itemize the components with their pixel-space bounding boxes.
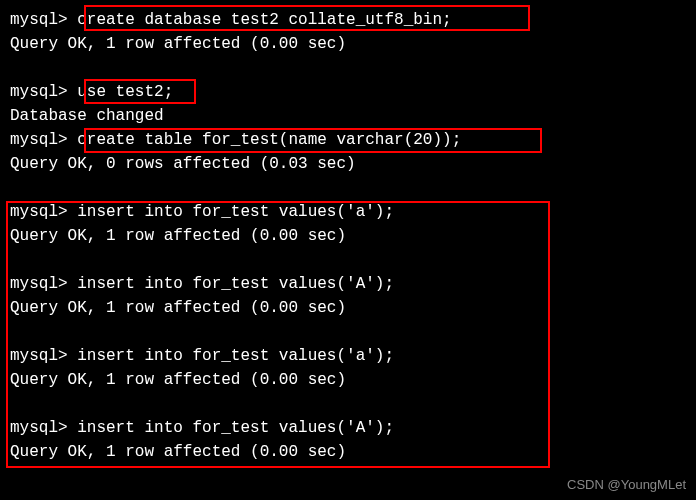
blank-line: [10, 320, 686, 344]
mysql-prompt: mysql>: [10, 347, 68, 365]
mysql-prompt: mysql>: [10, 203, 68, 221]
mysql-prompt: mysql>: [10, 131, 68, 149]
mysql-prompt: mysql>: [10, 11, 68, 29]
output-line: Query OK, 1 row affected (0.00 sec): [10, 296, 686, 320]
command-line: mysql> insert into for_test values('A');: [10, 272, 686, 296]
output-line: Query OK, 1 row affected (0.00 sec): [10, 368, 686, 392]
command-line: mysql> use test2;: [10, 80, 686, 104]
command-line: mysql> insert into for_test values('a');: [10, 344, 686, 368]
command-text: create table for_test(name varchar(20));: [68, 131, 462, 149]
command-text: insert into for_test values('A');: [68, 275, 394, 293]
command-line: mysql> create database test2 collate_utf…: [10, 8, 686, 32]
blank-line: [10, 56, 686, 80]
watermark: CSDN @YoungMLet: [567, 475, 686, 495]
blank-line: [10, 248, 686, 272]
command-text: create database test2 collate_utf8_bin;: [68, 11, 452, 29]
output-line: Query OK, 1 row affected (0.00 sec): [10, 440, 686, 464]
output-line: Database changed: [10, 104, 686, 128]
command-text: use test2;: [68, 83, 174, 101]
output-line: Query OK, 0 rows affected (0.03 sec): [10, 152, 686, 176]
command-line: mysql> insert into for_test values('a');: [10, 200, 686, 224]
terminal-output: mysql> create database test2 collate_utf…: [10, 8, 686, 464]
command-text: insert into for_test values('A');: [68, 419, 394, 437]
output-line: Query OK, 1 row affected (0.00 sec): [10, 224, 686, 248]
command-text: insert into for_test values('a');: [68, 347, 394, 365]
mysql-prompt: mysql>: [10, 275, 68, 293]
command-text: insert into for_test values('a');: [68, 203, 394, 221]
mysql-prompt: mysql>: [10, 83, 68, 101]
output-line: Query OK, 1 row affected (0.00 sec): [10, 32, 686, 56]
mysql-prompt: mysql>: [10, 419, 68, 437]
blank-line: [10, 176, 686, 200]
command-line: mysql> insert into for_test values('A');: [10, 416, 686, 440]
blank-line: [10, 392, 686, 416]
command-line: mysql> create table for_test(name varcha…: [10, 128, 686, 152]
